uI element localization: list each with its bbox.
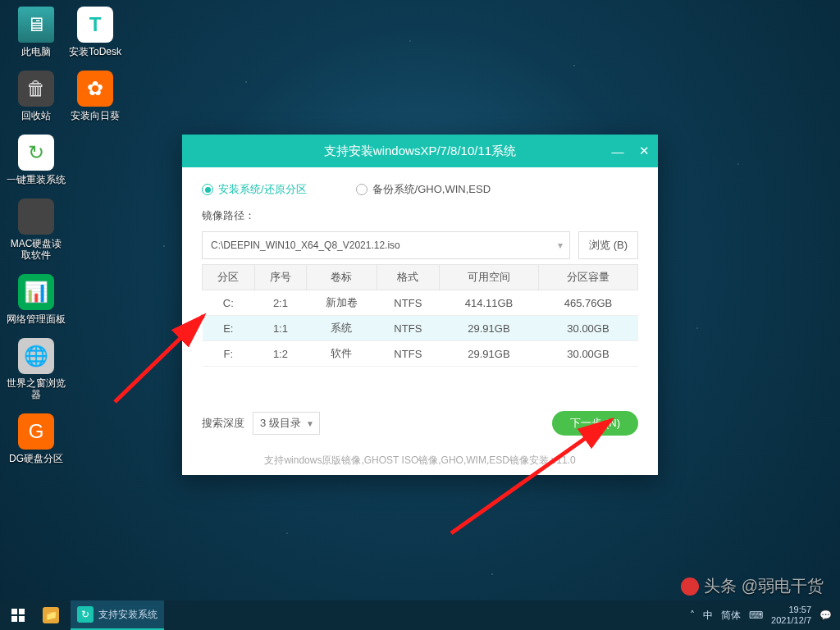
titlebar: 支持安装windowsXP/7/8/10/11系统 — ✕ (182, 135, 658, 167)
trash-icon: 🗑 (18, 71, 54, 107)
taskbar-clock[interactable]: 19:57 2021/12/7 (771, 605, 811, 626)
radio-on-icon (202, 184, 213, 195)
taskbar-explorer[interactable]: 📁 (36, 600, 71, 630)
ime-mode[interactable]: 简体 (721, 609, 741, 623)
desktop-icon-todesk[interactable]: T安装ToDesk (66, 7, 125, 57)
radio-install[interactable]: 安装系统/还原分区 (202, 182, 307, 197)
col-fs: 格式 (377, 265, 439, 290)
watermark: 头条 @弱电干货 (681, 575, 824, 597)
dg-icon: G (18, 413, 54, 450)
windows-icon (11, 609, 25, 622)
todesk-icon: T (77, 7, 113, 43)
path-label: 镜像路径： (202, 208, 638, 223)
start-button[interactable] (0, 600, 36, 630)
globe-icon: 🌐 (18, 338, 54, 374)
svg-rect-2 (11, 609, 17, 614)
app-icon: ↻ (77, 606, 94, 623)
desktop-icon-mac-disk[interactable]: MAC硬盘读取软件 (7, 199, 66, 261)
sunflower-icon: ✿ (77, 71, 113, 107)
close-button[interactable]: ✕ (637, 144, 651, 158)
depth-select[interactable]: 3 级目录 ▼ (253, 412, 320, 435)
footnote: 支持windows原版镜像,GHOST ISO镜像,GHO,WIM,ESD镜像安… (202, 454, 638, 468)
col-free: 可用空间 (439, 265, 538, 290)
iso-path-value: C:\DEEPIN_WIN10_X64_Q8_V2021.12.iso (211, 240, 400, 251)
chevron-down-icon: ▾ (558, 240, 563, 251)
svg-rect-4 (11, 616, 17, 622)
taskbar-app[interactable]: ↻ 支持安装系统 (71, 600, 164, 630)
desktop-icon-browser[interactable]: 🌐世界之窗浏览器 (7, 338, 66, 400)
desktop-icon-dg[interactable]: GDG硬盘分区 (7, 413, 66, 464)
reinstall-icon: ↻ (18, 135, 54, 171)
col-drive: 分区 (203, 265, 255, 290)
radio-off-icon (356, 184, 368, 195)
iso-path-dropdown[interactable]: C:\DEEPIN_WIN10_X64_Q8_V2021.12.iso ▾ (202, 231, 570, 259)
keyboard-icon[interactable]: ⌨ (749, 609, 763, 621)
desktop-icon-recycle-bin[interactable]: 🗑回收站 (7, 71, 66, 121)
taskbar: 📁 ↻ 支持安装系统 ˄ 中 简体 ⌨ 19:57 2021/12/7 💬 (0, 600, 840, 630)
partition-table: 分区 序号 卷标 格式 可用空间 分区容量 C: 2:1 新加卷 NTFS 41… (202, 264, 638, 367)
desktop-icon-this-pc[interactable]: 🖥此电脑 (7, 7, 66, 57)
svg-rect-5 (19, 616, 25, 622)
ime-indicator[interactable]: 中 (703, 609, 713, 623)
desktop-icons: 🖥此电脑 🗑回收站 ↻一键重装系统 MAC硬盘读取软件 📊网络管理面板 🌐世界之… (7, 7, 138, 477)
desktop-icon-network-panel[interactable]: 📊网络管理面板 (7, 274, 66, 325)
table-row[interactable]: C: 2:1 新加卷 NTFS 414.11GB 465.76GB (203, 290, 638, 316)
notifications-icon[interactable]: 💬 (819, 609, 832, 621)
folder-icon: 📁 (43, 607, 59, 623)
table-row[interactable]: F: 1:2 软件 NTFS 29.91GB 30.00GB (203, 341, 638, 367)
minimize-button[interactable]: — (610, 144, 625, 158)
chevron-down-icon: ▼ (306, 419, 314, 428)
desktop-icon-sunflower[interactable]: ✿安装向日葵 (66, 71, 125, 121)
browse-button[interactable]: 浏览 (B) (578, 231, 638, 259)
col-index: 序号 (254, 265, 307, 290)
network-icon: 📊 (18, 274, 54, 310)
col-cap: 分区容量 (538, 265, 637, 290)
monitor-icon: 🖥 (18, 7, 54, 43)
tray-chevron-icon[interactable]: ˄ (690, 609, 695, 621)
radio-backup[interactable]: 备份系统/GHO,WIN,ESD (356, 182, 491, 197)
col-label: 卷标 (307, 265, 377, 290)
svg-rect-3 (19, 609, 25, 614)
avatar-icon (681, 578, 699, 596)
desktop-icon-reinstall[interactable]: ↻一键重装系统 (7, 135, 66, 185)
next-button[interactable]: 下一步 (N) (552, 411, 638, 436)
table-row[interactable]: E: 1:1 系统 NTFS 29.91GB 30.00GB (203, 316, 638, 341)
installer-window: 支持安装windowsXP/7/8/10/11系统 — ✕ 安装系统/还原分区 … (182, 135, 658, 475)
system-tray: ˄ 中 简体 ⌨ 19:57 2021/12/7 💬 (690, 605, 840, 626)
apple-icon (18, 199, 54, 235)
depth-label: 搜索深度 (202, 416, 244, 431)
window-title: 支持安装windowsXP/7/8/10/11系统 (324, 144, 516, 159)
